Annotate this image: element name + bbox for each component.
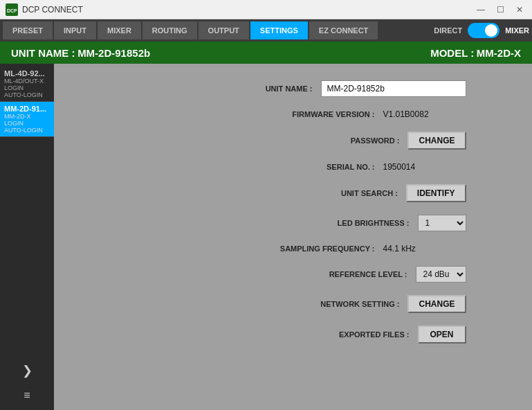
sidebar-mm2d-sub3: AUTO-LOGIN xyxy=(4,127,50,134)
unit-bar: UNIT NAME : MM-2D-91852b MODEL : MM-2D-X xyxy=(0,42,532,64)
led-label: LED BRIGHTNESS : xyxy=(285,219,410,227)
led-brightness-select[interactable]: 1 2 3 4 5 xyxy=(418,215,466,231)
sidebar-ml4d-name: ML-4D-92... xyxy=(4,69,50,78)
model-bar: MODEL : MM-2D-X xyxy=(430,47,521,59)
firmware-row: FIRMWARE VERSION : V1.01B0082 xyxy=(120,109,466,119)
sidebar-ml4d-sub2: LOGIN xyxy=(4,84,50,91)
sidebar-mm2d-sub1: MM-2D-X xyxy=(4,113,50,120)
ref-level-row: REFERENCE LEVEL : 24 dBu 20 dBu 18 dBu xyxy=(120,266,466,283)
sampling-value: 44.1 kHz xyxy=(383,244,466,253)
open-button[interactable]: OPEN xyxy=(418,326,466,344)
nav-bar: PRESET INPUT MIXER ROUTING OUTPUT SETTIN… xyxy=(0,19,532,42)
nav-right: DIRECT MIXER xyxy=(434,23,529,38)
sidebar-menu-button[interactable]: ≡ xyxy=(0,384,54,407)
svg-text:DCP: DCP xyxy=(7,8,17,13)
serial-value: 1950014 xyxy=(383,162,466,172)
ref-level-label: REFERENCE LEVEL : xyxy=(283,270,407,278)
network-label: NETWORK SETTING : xyxy=(275,300,399,308)
tab-input[interactable]: INPUT xyxy=(54,21,96,39)
identify-button[interactable]: IDENTIFY xyxy=(406,184,466,202)
sidebar: ML-4D-92... ML-4D/OUT-X LOGIN AUTO-LOGIN… xyxy=(0,64,54,410)
password-row: PASSWORD : CHANGE xyxy=(120,132,466,150)
minimize-button[interactable]: — xyxy=(474,3,488,17)
firmware-label: FIRMWARE VERSION : xyxy=(250,110,375,118)
password-change-button[interactable]: CHANGE xyxy=(407,132,466,150)
network-row: NETWORK SETTING : CHANGE xyxy=(120,295,466,313)
unit-name-bar-label: UNIT NAME : xyxy=(11,47,75,59)
led-row: LED BRIGHTNESS : 1 2 3 4 5 xyxy=(120,215,466,231)
password-label: PASSWORD : xyxy=(275,136,399,145)
sampling-label: SAMPLING FREQUENCY : xyxy=(250,244,375,253)
maximize-button[interactable]: ☐ xyxy=(493,3,507,17)
unit-name-row: UNIT NAME : xyxy=(120,80,466,97)
app-logo: DCP xyxy=(6,3,18,16)
title-bar-left: DCP DCP CONNECT xyxy=(6,3,83,16)
sidebar-expand-button[interactable]: ❯ xyxy=(0,357,54,384)
network-change-button[interactable]: CHANGE xyxy=(407,295,466,313)
tab-settings[interactable]: SETTINGS xyxy=(250,21,308,39)
close-button[interactable]: ✕ xyxy=(513,3,526,17)
tab-preset[interactable]: PRESET xyxy=(3,21,53,39)
unit-name-input[interactable] xyxy=(321,80,466,97)
title-bar: DCP DCP CONNECT — ☐ ✕ xyxy=(0,0,532,19)
tab-ezconnect[interactable]: EZ CONNECT xyxy=(309,21,378,39)
sidebar-item-mm2d[interactable]: MM-2D-91... MM-2D-X LOGIN AUTO-LOGIN xyxy=(0,102,54,137)
app-title: DCP CONNECT xyxy=(22,5,83,15)
firmware-value: V1.01B0082 xyxy=(383,109,466,119)
direct-mixer-toggle[interactable] xyxy=(468,23,499,38)
sidebar-mm2d-sub2: LOGIN xyxy=(4,120,50,127)
model-bar-value: MM-2D-X xyxy=(477,47,521,59)
window-controls: — ☐ ✕ xyxy=(474,3,526,17)
unit-search-row: UNIT SEARCH : IDENTIFY xyxy=(120,184,466,202)
main-container: ML-4D-92... ML-4D/OUT-X LOGIN AUTO-LOGIN… xyxy=(0,64,532,410)
sampling-row: SAMPLING FREQUENCY : 44.1 kHz xyxy=(120,244,466,253)
tab-output[interactable]: OUTPUT xyxy=(199,21,249,39)
unit-search-label: UNIT SEARCH : xyxy=(273,189,398,197)
unit-name-bar: UNIT NAME : MM-2D-91852b xyxy=(11,47,150,59)
settings-content: UNIT NAME : FIRMWARE VERSION : V1.01B008… xyxy=(54,64,532,410)
tab-mixer[interactable]: MIXER xyxy=(98,21,141,39)
serial-row: SERIAL NO. : 1950014 xyxy=(120,162,466,172)
unit-name-label: UNIT NAME : xyxy=(188,84,313,93)
sidebar-ml4d-sub3: AUTO-LOGIN xyxy=(4,91,50,98)
exported-files-row: EXPORTED FILES : OPEN xyxy=(120,326,466,344)
serial-label: SERIAL NO. : xyxy=(250,163,375,171)
settings-form: UNIT NAME : FIRMWARE VERSION : V1.01B008… xyxy=(82,80,504,344)
sidebar-item-ml4d[interactable]: ML-4D-92... ML-4D/OUT-X LOGIN AUTO-LOGIN xyxy=(0,66,54,102)
toggle-knob xyxy=(485,24,497,37)
sidebar-ml4d-sub1: ML-4D/OUT-X xyxy=(4,78,50,84)
unit-name-bar-value: MM-2D-91852b xyxy=(77,47,150,59)
exported-label: EXPORTED FILES : xyxy=(285,330,410,339)
direct-label: DIRECT xyxy=(434,26,462,35)
sidebar-mm2d-name: MM-2D-91... xyxy=(4,105,50,113)
model-bar-label: MODEL : xyxy=(430,47,474,59)
mixer-label: MIXER xyxy=(505,26,529,35)
ref-level-select[interactable]: 24 dBu 20 dBu 18 dBu xyxy=(416,266,466,283)
tab-routing[interactable]: ROUTING xyxy=(143,21,197,39)
